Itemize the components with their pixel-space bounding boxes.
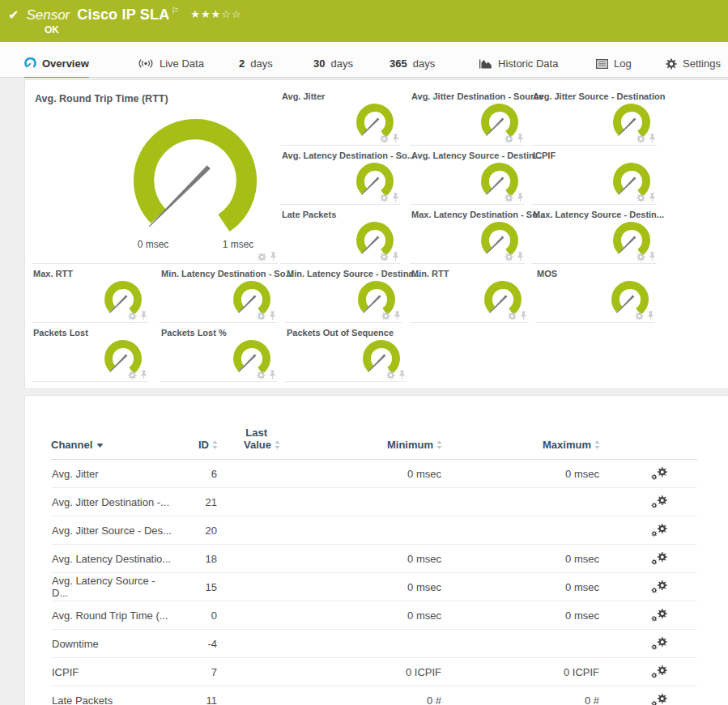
sensor-header: ✔ Sensor Cisco IP SLA ⚐ ★★★☆☆ OK xyxy=(0,0,728,42)
channel-name[interactable]: ICPIF xyxy=(51,658,172,686)
column-header-last-value[interactable]: Last Value xyxy=(218,396,280,460)
gear-icon[interactable] xyxy=(635,312,644,321)
object-type-label: Sensor xyxy=(26,7,70,23)
tab-live-data[interactable]: Live Data xyxy=(138,50,204,77)
tab-historic-data[interactable]: Historic Data xyxy=(479,50,558,77)
pin-icon[interactable] xyxy=(269,311,276,321)
channel-settings-icon[interactable] xyxy=(651,524,668,537)
gear-icon[interactable] xyxy=(504,193,513,202)
channel-settings-icon[interactable] xyxy=(651,665,668,679)
gear-icon[interactable] xyxy=(380,253,389,261)
channel-settings-icon[interactable] xyxy=(651,580,668,594)
gear-icon[interactable] xyxy=(504,134,513,143)
pin-icon[interactable] xyxy=(649,134,656,143)
channel-settings-icon[interactable] xyxy=(651,609,668,622)
gear-icon[interactable] xyxy=(257,371,266,380)
table-row: Avg. Round Trip Time (... 0 0 msec 0 mse… xyxy=(51,601,697,630)
pin-icon[interactable] xyxy=(647,311,654,321)
pin-icon[interactable] xyxy=(398,370,406,380)
channel-name[interactable]: Avg. Round Trip Time (... xyxy=(51,601,172,630)
flag-icon[interactable]: ⚐ xyxy=(171,6,179,16)
tab-2-days[interactable]: 2 days xyxy=(239,50,273,77)
channel-last-value xyxy=(218,488,280,516)
pin-icon[interactable] xyxy=(140,370,147,380)
gear-icon[interactable] xyxy=(380,193,389,202)
channel-settings-icon[interactable] xyxy=(651,495,668,509)
pin-icon[interactable] xyxy=(520,311,527,321)
gear-icon[interactable] xyxy=(386,371,395,380)
column-header-id[interactable]: ID xyxy=(172,396,218,460)
gauge-cell-actions xyxy=(636,134,656,143)
gauge-cell: Packets Out of Sequence xyxy=(285,323,407,382)
tab-bar: Overview Live Data 2 days 30 days 365 da… xyxy=(0,42,728,78)
tab-30-days[interactable]: 30 days xyxy=(313,50,353,77)
gauge-cell: Avg. Jitter Source - Destination xyxy=(531,87,657,146)
gear-icon[interactable] xyxy=(128,312,137,321)
column-label: Last xyxy=(218,427,267,439)
column-label: ID xyxy=(198,439,209,451)
table-row: Avg. Latency Source - D... 15 0 msec 0 m… xyxy=(51,573,697,601)
gear-icon[interactable] xyxy=(380,134,389,143)
channel-name[interactable]: Avg. Jitter xyxy=(51,460,172,488)
channel-settings-icon[interactable] xyxy=(651,467,668,481)
channel-name[interactable]: Late Packets xyxy=(51,686,172,705)
gear-icon[interactable] xyxy=(636,193,645,202)
channel-id: 11 xyxy=(172,686,218,705)
channel-name[interactable]: Avg. Jitter Destination -... xyxy=(51,488,172,516)
channel-last-value xyxy=(218,630,280,658)
gauge-title: Avg. Round Trip Time (RTT) xyxy=(32,87,278,104)
pin-icon[interactable] xyxy=(269,370,276,380)
priority-rating[interactable]: ★★★☆☆ xyxy=(190,8,241,20)
pin-icon[interactable] xyxy=(392,193,399,202)
gauge-cell: Avg. Latency Source - Destin... xyxy=(410,146,525,205)
table-row: Avg. Jitter Source - Des... 20 xyxy=(51,516,697,545)
channel-name[interactable]: Avg. Latency Source - D... xyxy=(51,573,172,601)
channel-minimum xyxy=(280,516,442,545)
channel-maximum: 0 msec xyxy=(442,601,600,630)
column-header-maximum[interactable]: Maximum xyxy=(442,396,600,460)
pin-icon[interactable] xyxy=(517,193,524,202)
pin-icon[interactable] xyxy=(392,134,399,143)
gear-icon[interactable] xyxy=(258,253,266,261)
channel-settings-icon[interactable] xyxy=(651,552,668,566)
pin-icon[interactable] xyxy=(517,134,524,143)
pin-icon[interactable] xyxy=(392,252,399,261)
gauge-title: Avg. Jitter xyxy=(280,87,400,101)
channel-settings-icon[interactable] xyxy=(651,694,668,705)
pin-icon[interactable] xyxy=(140,311,147,321)
channel-name[interactable]: Downtime xyxy=(51,630,172,658)
gauge-dial[interactable] xyxy=(120,105,270,256)
pin-icon[interactable] xyxy=(270,252,277,261)
gauge-title: MOS xyxy=(535,264,655,278)
channel-maximum xyxy=(442,516,600,545)
gauge-cell: Late Packets xyxy=(280,205,400,264)
gear-icon[interactable] xyxy=(257,312,266,321)
tab-label: days xyxy=(413,57,435,70)
tab-log[interactable]: Log xyxy=(596,50,632,77)
gauge-cell: Max. Latency Source - Destin... xyxy=(531,205,657,264)
gauge-title: Packets Lost xyxy=(32,323,148,338)
gear-icon[interactable] xyxy=(128,371,137,380)
channel-name[interactable]: Avg. Latency Destinatio... xyxy=(51,545,172,573)
tab-365-days[interactable]: 365 days xyxy=(390,50,435,77)
gear-icon[interactable] xyxy=(504,253,513,261)
gear-icon[interactable] xyxy=(636,134,645,143)
channel-minimum: 0 msec xyxy=(280,573,442,601)
gear-icon[interactable] xyxy=(636,253,645,261)
gauge-cell-actions xyxy=(381,311,401,321)
gear-icon[interactable] xyxy=(508,312,517,321)
gauge-cell: Max. Latency Destination - So... xyxy=(410,205,525,264)
pin-icon[interactable] xyxy=(394,311,401,321)
column-header-minimum[interactable]: Minimum xyxy=(280,396,442,460)
pin-icon[interactable] xyxy=(649,252,656,261)
channel-settings-icon[interactable] xyxy=(651,637,668,651)
pin-icon[interactable] xyxy=(649,193,656,202)
gauge-scale-max: 1 msec xyxy=(206,239,270,250)
gear-icon[interactable] xyxy=(381,312,390,321)
tab-overview[interactable]: Overview xyxy=(24,50,89,79)
pin-icon[interactable] xyxy=(517,252,524,261)
channel-name[interactable]: Avg. Jitter Source - Des... xyxy=(51,516,172,545)
tab-settings[interactable]: Settings xyxy=(666,50,721,77)
gauge-cell: Min. RTT xyxy=(410,264,528,323)
column-header-channel[interactable]: Channel xyxy=(51,396,172,460)
